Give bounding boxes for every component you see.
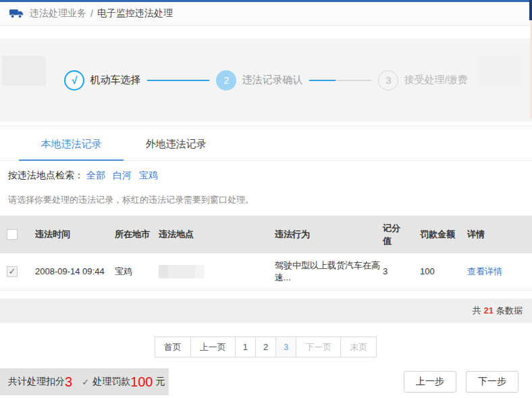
record-tabs: 本地违法记录 外地违法记录 [0,126,532,161]
header-time: 违法时间 [34,216,113,253]
step1-label: 机动车选择 [90,74,140,86]
footer-bar: 共计处理扣分 3 ✓ 处理罚款 100 元 上一步 下一步 [0,368,532,395]
count-prefix: 共 [473,305,481,317]
selection-notice: 请选择你要处理的违法记录，标红的违法记录需要到窗口处理。 [0,186,532,216]
filter-link-all[interactable]: 全部 [86,170,105,180]
pagination-area: 首页 上一页 1 2 3 下一页 末页 [0,323,532,372]
filter-links: 全部 白河 宝鸡 [86,170,163,182]
table-row: ✓ 2008-09-14 09:44 宝鸡 驾驶中型以上载货汽车在高速... 3… [0,253,532,290]
next-step-button[interactable]: 下一步 [466,371,518,393]
breadcrumb: 违法处理业务 / 电子监控违法处理 [0,2,532,26]
stepper: √ 机动车选择 2 违法记录确认 3 接受处理/缴费 [64,70,467,91]
header-city: 所在地市 [113,216,157,253]
step-connector-1 [147,80,209,81]
cell-time: 2008-09-14 09:44 [34,253,113,290]
deduct-label: 共计处理扣分 [8,376,65,388]
step-record-confirm: 2 违法记录确认 [216,70,302,91]
page-first-button[interactable]: 首页 [155,337,191,357]
fine-checkbox[interactable]: ✓ [80,377,90,387]
deduct-points-value: 3 [65,375,72,389]
row-checkbox[interactable]: ✓ [7,266,18,277]
breadcrumb-separator: / [90,8,93,19]
edge-artifact-navy [529,0,532,20]
pagination: 首页 上一页 1 2 3 下一页 末页 [155,337,377,357]
location-filter: 按违法地点检索： 全部 白河 宝鸡 [0,161,532,186]
step2-label: 违法记录确认 [242,74,302,86]
fine-label: 处理罚款 [92,376,130,388]
redacted-block-right [477,55,521,86]
header-fine: 罚款金额 [419,216,466,253]
record-count-band: 共 21 条数据 [0,299,532,323]
table-header-row: 违法时间 所在地市 违法地点 违法行为 记分值 罚款金额 详情 [0,216,532,253]
cell-city: 宝鸡 [113,253,157,290]
count-suffix: 条数据 [496,305,523,317]
footer-buttons: 上一步 下一步 [404,371,518,393]
header-behavior: 违法行为 [273,216,381,253]
step2-number: 2 [216,70,236,91]
breadcrumb-current: 电子监控违法处理 [97,7,173,20]
redacted-block-left [2,56,46,86]
page-prev-button[interactable]: 上一页 [190,337,236,357]
cell-points: 3 [381,253,419,290]
step1-check-icon: √ [64,70,84,91]
cell-behavior: 驾驶中型以上载货汽车在高速... [273,253,381,290]
totals-box: 共计处理扣分 3 ✓ 处理罚款 100 元 [0,368,169,395]
filter-link-baihe[interactable]: 白河 [113,170,132,180]
page-2-button[interactable]: 2 [255,337,276,357]
fine-unit: 元 [156,376,165,388]
header-location: 违法地点 [157,216,273,253]
filter-link-baoji[interactable]: 宝鸡 [139,170,158,180]
records-panel: 本地违法记录 外地违法记录 按违法地点检索： 全部 白河 宝鸡 请选择你要处理的… [0,126,532,372]
redacted-location [159,265,205,278]
violation-processing-page: 违法处理业务 / 电子监控违法处理 √ 机动车选择 2 违法记录确认 3 接受处… [0,0,532,398]
header-points: 记分值 [381,216,419,253]
step-connector-2 [309,80,371,81]
page-next-button: 下一页 [296,337,341,357]
step-vehicle-select: √ 机动车选择 [64,70,140,91]
cell-fine: 100 [419,253,466,290]
step3-label: 接受处理/缴费 [404,74,467,86]
select-all-checkbox[interactable] [7,229,18,240]
breadcrumb-section[interactable]: 违法处理业务 [30,7,86,20]
truck-icon [9,8,24,19]
fine-amount-value: 100 [130,375,153,389]
page-last-button: 末页 [340,337,377,357]
header-detail: 详情 [466,216,532,253]
count-number: 21 [484,305,494,316]
tab-nonlocal-records[interactable]: 外地违法记录 [124,126,228,160]
view-detail-link[interactable]: 查看详情 [467,266,502,276]
step3-number: 3 [378,70,398,91]
step-accept-pay: 3 接受处理/缴费 [378,70,467,91]
tab-local-records[interactable]: 本地违法记录 [19,126,124,160]
filter-label: 按违法地点检索： [8,170,84,182]
page-3-button-current[interactable]: 3 [275,337,296,357]
violation-table: 违法时间 所在地市 违法地点 违法行为 记分值 罚款金额 详情 ✓ 2008-0… [0,216,532,291]
stepper-panel: √ 机动车选择 2 违法记录确认 3 接受处理/缴费 [0,39,532,122]
page-1-button[interactable]: 1 [235,337,256,357]
prev-step-button[interactable]: 上一步 [404,371,456,393]
cell-location [157,253,273,290]
